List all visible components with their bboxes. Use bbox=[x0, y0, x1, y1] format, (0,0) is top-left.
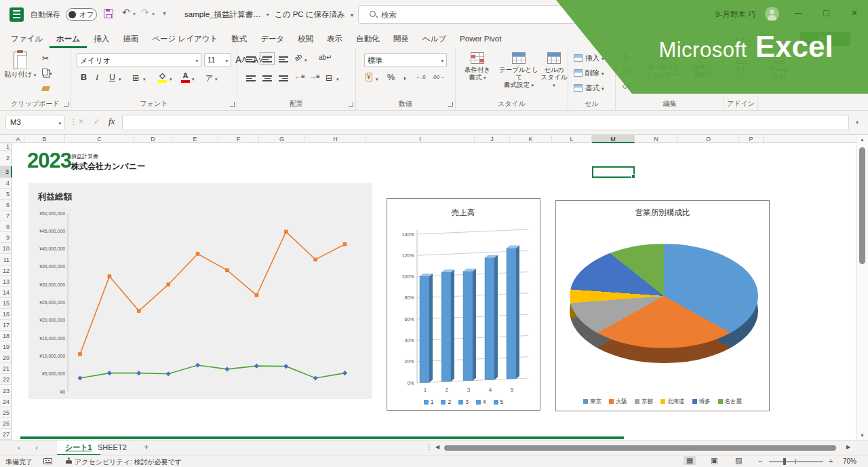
ribbon-tab-描画[interactable]: 描画 bbox=[116, 30, 145, 48]
fill-color-icon[interactable]: ◇ bbox=[158, 72, 167, 83]
ribbon-tab-数式[interactable]: 数式 bbox=[224, 30, 254, 48]
row-header-26[interactable]: 26 bbox=[0, 418, 12, 429]
column-header-L[interactable]: L bbox=[552, 135, 592, 143]
vertical-scrollbar[interactable]: ▲ ▼ bbox=[856, 135, 868, 440]
number-format-select[interactable]: 標準▾ bbox=[364, 53, 447, 67]
row-header-1[interactable]: 1 bbox=[0, 143, 12, 151]
column-header-D[interactable]: D bbox=[134, 135, 172, 143]
format-as-table-button[interactable]: テーブルとして 書式設定 ▾ bbox=[496, 52, 541, 89]
zoom-slider-track[interactable] bbox=[769, 461, 823, 462]
column-header-H[interactable]: H bbox=[305, 135, 366, 143]
orientation-icon[interactable]: ab bbox=[293, 52, 303, 62]
row-header-21[interactable]: 21 bbox=[0, 363, 12, 374]
row-header-13[interactable]: 13 bbox=[0, 276, 12, 287]
insert-cells-button[interactable]: 挿入 ▾ bbox=[574, 54, 604, 63]
sales-bar-chart[interactable]: 12345 売上高0%20%40%60%80%100%120%140%12345 bbox=[387, 198, 540, 411]
merge-center-icon[interactable]: ⊟ bbox=[326, 73, 332, 83]
phonetic-guide-icon[interactable]: ア bbox=[205, 73, 213, 83]
prev-sheet-icon[interactable]: ‹ bbox=[18, 443, 20, 451]
zoom-slider-thumb[interactable] bbox=[783, 458, 786, 465]
row-header-7[interactable]: 7 bbox=[0, 210, 12, 221]
format-painter-button[interactable] bbox=[42, 83, 50, 93]
paste-button[interactable]: 貼り付け ▾ bbox=[4, 52, 37, 79]
row-header-3[interactable]: 3 bbox=[0, 166, 12, 178]
row-header-5[interactable]: 5 bbox=[0, 189, 12, 200]
page-break-view-icon[interactable]: ▨ bbox=[732, 456, 745, 465]
phonetic-chevron-icon[interactable]: ▾ bbox=[215, 77, 218, 82]
font-dialog-launcher-icon[interactable] bbox=[230, 102, 235, 107]
ribbon-tab-表示[interactable]: 表示 bbox=[320, 30, 349, 48]
horizontal-scroll-thumb[interactable] bbox=[444, 445, 836, 451]
close-button[interactable]: × bbox=[852, 7, 857, 18]
middle-align-icon[interactable] bbox=[262, 55, 272, 62]
profit-line-chart[interactable]: 利益総額¥0¥5,000,000¥10,000,000¥15,000,000¥2… bbox=[28, 183, 372, 399]
ribbon-tab-ページ レイアウト[interactable]: ページ レイアウト bbox=[145, 30, 224, 48]
confirm-entry-icon[interactable]: ✓ bbox=[94, 117, 100, 126]
row-header-22[interactable]: 22 bbox=[0, 374, 12, 385]
scroll-up-icon[interactable]: ▲ bbox=[860, 137, 865, 142]
ribbon-tab-ホーム[interactable]: ホーム bbox=[50, 30, 87, 48]
cell-styles-button[interactable]: セルの スタイル ▾ bbox=[540, 52, 568, 89]
page-layout-view-icon[interactable]: ▣ bbox=[708, 456, 720, 465]
row-header-23[interactable]: 23 bbox=[0, 386, 12, 396]
row-header-6[interactable]: 6 bbox=[0, 200, 12, 210]
row-header-27[interactable]: 27 bbox=[0, 429, 12, 440]
column-header-F[interactable]: F bbox=[218, 135, 259, 143]
copy-button[interactable]: ▾ bbox=[42, 68, 52, 77]
font-name-select[interactable]: メイリオ▾ bbox=[77, 53, 201, 67]
column-header-E[interactable]: E bbox=[172, 135, 218, 143]
row-header-10[interactable]: 10 bbox=[0, 243, 12, 254]
user-avatar[interactable] bbox=[765, 7, 779, 21]
clipboard-dialog-launcher-icon[interactable] bbox=[64, 102, 68, 107]
zoom-percentage[interactable]: 70% bbox=[843, 457, 856, 465]
currency-format-icon[interactable]: ¥ bbox=[366, 73, 372, 81]
column-header-I[interactable]: I bbox=[366, 135, 475, 143]
column-header-G[interactable]: G bbox=[259, 135, 305, 143]
cut-button[interactable]: ✂ bbox=[42, 54, 49, 63]
wrap-text-icon[interactable]: ab↵ bbox=[319, 54, 332, 61]
row-header-14[interactable]: 14 bbox=[0, 287, 12, 298]
column-header-J[interactable]: J bbox=[475, 135, 510, 143]
decrease-indent-icon[interactable]: ←≡ bbox=[294, 73, 305, 80]
zoom-in-icon[interactable]: + bbox=[829, 457, 833, 465]
column-header-M[interactable]: M bbox=[592, 135, 635, 143]
font-color-chevron-icon[interactable]: ▾ bbox=[192, 77, 195, 82]
font-size-select[interactable]: 11▾ bbox=[204, 53, 231, 67]
increase-decimal-icon[interactable]: ←.0 bbox=[416, 74, 426, 80]
save-icon[interactable] bbox=[104, 9, 113, 18]
tab-options-icon[interactable]: ⋮ bbox=[426, 443, 433, 451]
alignment-dialog-launcher-icon[interactable] bbox=[349, 102, 353, 107]
worksheet[interactable]: ABCDEFGHIJKLMNOP 12345678910111213141516… bbox=[0, 135, 856, 440]
minimize-button[interactable]: ─ bbox=[795, 7, 802, 18]
row-header-9[interactable]: 9 bbox=[0, 232, 12, 243]
normal-view-icon[interactable]: ▦ bbox=[684, 456, 696, 465]
number-dialog-launcher-icon[interactable] bbox=[448, 102, 453, 107]
formula-grip-icon[interactable]: ⋮ bbox=[70, 117, 77, 126]
search-input[interactable]: 検索 bbox=[358, 5, 583, 24]
ribbon-tab-挿入[interactable]: 挿入 bbox=[87, 30, 116, 48]
maximize-button[interactable]: □ bbox=[823, 7, 829, 18]
row-header-20[interactable]: 20 bbox=[0, 352, 12, 363]
ribbon-tab-自動化[interactable]: 自動化 bbox=[349, 30, 387, 48]
bold-button[interactable]: B bbox=[81, 73, 87, 82]
accessibility-status[interactable]: アクセシビリティ: 検討が必要です bbox=[75, 457, 182, 467]
document-title[interactable]: sample_損益計算書… • この PC に保存済み ▾ bbox=[184, 10, 353, 20]
right-align-icon[interactable] bbox=[279, 74, 288, 81]
row-header-11[interactable]: 11 bbox=[0, 255, 12, 265]
comma-style-icon[interactable]: , bbox=[403, 71, 406, 81]
row-header-12[interactable]: 12 bbox=[0, 265, 12, 276]
left-align-icon[interactable] bbox=[246, 74, 256, 81]
zoom-out-icon[interactable]: − bbox=[758, 457, 762, 465]
row-header-15[interactable]: 15 bbox=[0, 298, 12, 309]
undo-chevron-icon[interactable]: ▾ bbox=[133, 11, 136, 17]
format-cells-button[interactable]: 書式 ▾ bbox=[574, 83, 604, 93]
column-header-P[interactable]: P bbox=[739, 135, 764, 143]
currency-chevron-icon[interactable]: ▾ bbox=[376, 77, 378, 82]
undo-button[interactable]: ↶ bbox=[122, 7, 130, 18]
orientation-chevron-icon[interactable]: ▾ bbox=[304, 58, 307, 63]
decrease-decimal-icon[interactable]: .00→ bbox=[432, 74, 445, 80]
column-header-K[interactable]: K bbox=[510, 135, 552, 143]
redo-chevron-icon[interactable]: ▾ bbox=[152, 11, 155, 17]
next-sheet-icon[interactable]: › bbox=[35, 443, 38, 451]
row-header-24[interactable]: 24 bbox=[0, 396, 12, 407]
